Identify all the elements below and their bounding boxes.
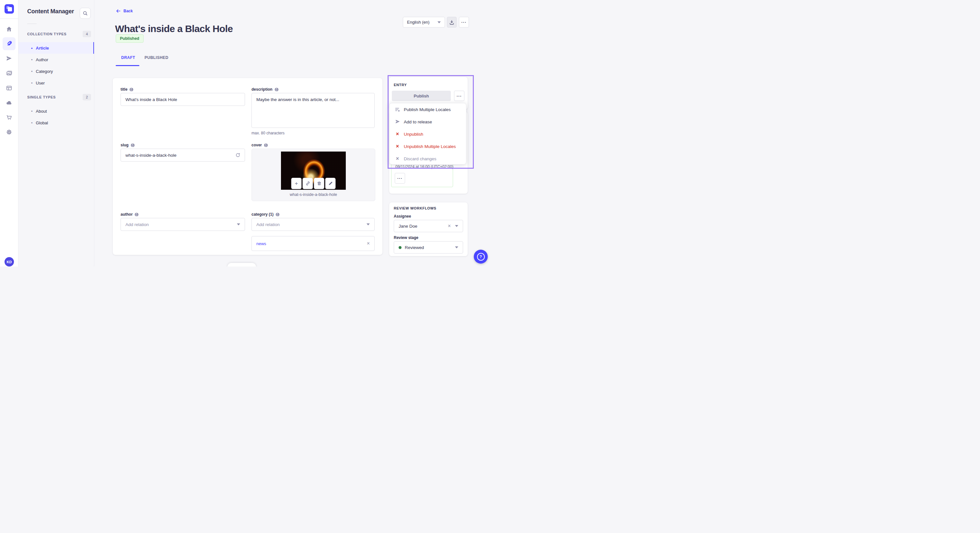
bullet-icon: • [31,46,33,50]
trash-icon [317,181,321,186]
tab-draft[interactable]: DRAFT [121,56,135,60]
sidebar-item-content-manager[interactable] [3,37,16,50]
add-media-button[interactable]: + [291,178,302,189]
locale-select[interactable]: English (en) [403,17,445,27]
chevron-down-icon [455,225,458,227]
subnav-item-article[interactable]: • Article [18,42,94,54]
subnav-divider [27,24,37,24]
help-button[interactable]: ? [474,250,488,263]
description-field-label: description [251,87,279,92]
sidebar-item-content-type-builder[interactable] [3,82,16,95]
question-icon: ? [477,253,485,261]
stage-value: Reviewed [405,245,424,250]
bullet-icon: • [31,121,33,125]
paper-plane-icon [395,119,400,124]
author-relation-combobox[interactable]: Add relation [121,218,245,231]
search-button[interactable] [80,8,91,19]
cover-actions-toolbar: + [291,178,336,189]
subnav-item-label: About [36,109,47,114]
review-stage-combobox[interactable]: Reviewed [394,241,463,254]
sidebar-item-media-library[interactable] [3,67,16,80]
subnav-item-author[interactable]: • Author [18,54,94,65]
subnav-title: Content Manager [27,8,74,15]
user-avatar[interactable]: KD [5,257,14,266]
menu-item-discard-changes[interactable]: × Discard changes [390,152,466,165]
page-title: What's inside a Black Hole [115,23,233,34]
remove-relation-icon[interactable]: × [367,241,370,246]
edit-form-card: title description Maybe the answer is in… [113,78,382,255]
stage-status-dot [399,246,401,249]
entry-actions-menu: Publish Multiple Locales Add to release … [389,103,466,165]
globe-icon [135,213,139,217]
back-link[interactable]: Back [116,8,133,14]
edit-media-button[interactable] [325,178,336,189]
publish-button[interactable]: Publish [392,90,451,101]
subnav-item-global[interactable]: • Global [18,117,94,128]
subnav-item-label: Category [36,69,53,74]
sidebar-item-home[interactable] [3,23,16,36]
menu-item-add-to-release[interactable]: Add to release [390,116,466,128]
review-workflows-card: REVIEW WORKFLOWS Assignee Jane Doe × Rev… [389,202,468,256]
bullet-icon: • [31,58,33,62]
chevron-down-icon [438,21,441,23]
chevron-down-icon [237,224,240,225]
category-placeholder: Add relation [256,222,280,227]
assignee-combobox[interactable]: Jane Doe × [394,220,463,232]
category-field-label: category (1) [251,212,280,217]
home-icon [6,26,12,32]
clear-assignee-icon[interactable]: × [448,224,451,228]
release-more-button[interactable]: ··· [395,173,405,184]
gear-icon [6,129,12,135]
collection-types-heading: COLLECTION TYPES [27,32,67,36]
plus-icon: + [295,180,298,187]
strapi-logo[interactable] [5,4,14,14]
category-relation-item: news × [251,236,375,251]
subnav-item-label: Article [36,46,49,51]
cross-icon: × [395,156,400,161]
title-input[interactable] [121,93,245,106]
pencil-icon [328,181,333,186]
subnav-item-category[interactable]: • Category [18,65,94,77]
sidebar-item-marketplace[interactable] [3,111,16,124]
header-more-button[interactable]: ··· [459,17,469,27]
download-icon [449,20,454,25]
feather-icon [6,40,12,47]
list-plus-icon [395,107,400,113]
sidebar-item-cloud[interactable] [3,96,16,109]
cloud-icon [6,99,12,106]
layout-icon [6,85,12,91]
slug-input[interactable] [121,149,245,162]
icon-rail: KD [0,0,19,266]
paper-plane-icon [6,56,12,62]
copy-link-button[interactable] [303,178,313,189]
globe-icon [275,87,279,92]
globe-icon [275,213,280,217]
entry-more-button[interactable]: ··· [454,90,465,101]
globe-icon [264,143,268,148]
cover-filename: what-s-inside-a-black-hole [252,192,375,197]
globe-icon [130,143,135,148]
bullet-icon: • [31,81,33,85]
menu-item-unpublish[interactable]: × Unpublish [390,128,466,140]
cover-media-card: + what-s-inside-a-black-hole [251,149,375,201]
sidebar-item-releases[interactable] [3,52,16,65]
relation-link-news[interactable]: news [256,241,266,246]
bottom-toolbar-handle[interactable] [228,263,256,266]
sidebar-item-settings[interactable] [3,125,16,139]
author-field-label: author [121,212,139,217]
assignee-label: Assignee [394,214,411,219]
chevron-down-icon [455,246,458,248]
subnav-item-user[interactable]: • User [18,77,94,89]
menu-item-publish-multiple-locales[interactable]: Publish Multiple Locales [390,103,466,116]
review-stage-label: Review stage [394,235,418,240]
menu-item-unpublish-multiple-locales[interactable]: × Unpublish Multiple Locales [390,140,466,152]
export-button[interactable] [447,17,457,27]
delete-media-button[interactable] [314,178,325,189]
release-date: 09/11/2024 at 16:00 (UTC+02:00) [395,165,453,169]
description-textarea[interactable]: Maybe the answer is in this article, or … [251,93,375,128]
regenerate-slug-button[interactable] [235,152,240,158]
subnav-item-about[interactable]: • About [18,105,94,117]
category-relation-combobox[interactable]: Add relation [251,218,375,231]
tab-published[interactable]: PUBLISHED [145,56,169,60]
single-types-count-badge: 2 [83,94,91,100]
